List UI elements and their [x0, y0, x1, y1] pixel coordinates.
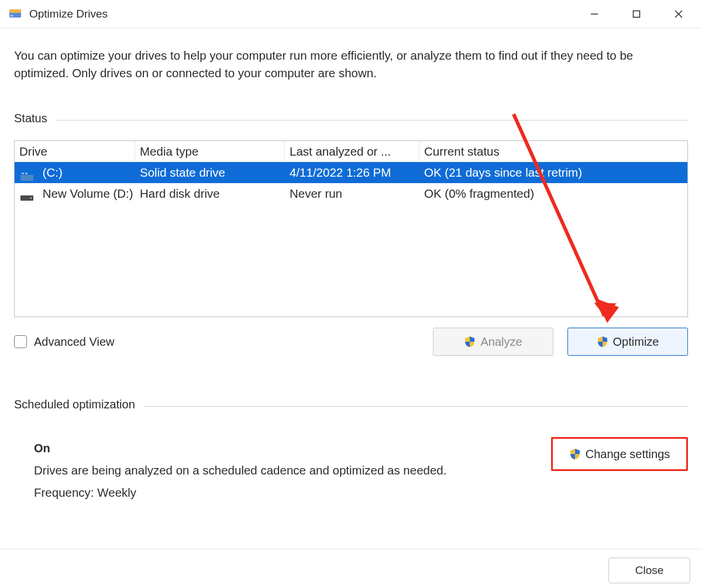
drive-name: New Volume (D:)	[43, 187, 133, 200]
current-status: OK (21 days since last retrim)	[419, 166, 687, 180]
analyze-button-label: Analyze	[480, 335, 522, 349]
divider	[144, 406, 688, 407]
optimize-button[interactable]: Optimize	[567, 328, 688, 356]
optimize-drives-app-icon	[8, 7, 22, 21]
maximize-button[interactable]	[628, 6, 645, 22]
caption-buttons	[586, 6, 697, 22]
table-header: Drive Media type Last analyzed or ... Cu…	[15, 141, 687, 162]
scheduled-frequency: Frequency: Weekly	[34, 486, 551, 500]
scheduled-description: Drives are being analyzed on a scheduled…	[34, 463, 551, 477]
uac-shield-icon	[597, 336, 608, 348]
svg-rect-9	[25, 173, 27, 174]
window-title: Optimize Drives	[29, 8, 108, 20]
scheduled-info: On Drives are being analyzed on a schedu…	[34, 442, 551, 500]
analyze-button[interactable]: Analyze	[433, 328, 553, 356]
svg-rect-8	[22, 173, 24, 174]
svg-rect-7	[20, 175, 33, 181]
table-row[interactable]: New Volume (D:) Hard disk drive Never ru…	[15, 183, 687, 204]
close-button-label: Close	[635, 564, 664, 577]
svg-rect-1	[9, 9, 21, 13]
col-status-header[interactable]: Current status	[419, 141, 687, 161]
svg-rect-4	[634, 11, 640, 17]
svg-rect-2	[11, 15, 13, 16]
last-analyzed: Never run	[285, 187, 419, 201]
change-settings-button[interactable]: Change settings	[555, 441, 684, 467]
advanced-view-checkbox[interactable]	[14, 335, 27, 348]
col-drive-header[interactable]: Drive	[15, 141, 135, 161]
intro-text: You can optimize your drives to help you…	[14, 47, 688, 81]
uac-shield-icon	[464, 336, 476, 348]
media-type: Solid state drive	[135, 166, 285, 180]
dialog-footer: Close	[0, 549, 702, 583]
uac-shield-icon	[569, 448, 581, 460]
minimize-button[interactable]	[586, 6, 603, 22]
table-row[interactable]: (C:) Solid state drive 4/11/2022 1:26 PM…	[15, 162, 687, 183]
below-table-row: Advanced View Analyze Optimize	[14, 328, 688, 356]
divider	[57, 120, 688, 121]
scheduled-label: Scheduled optimization	[14, 398, 135, 411]
status-label: Status	[14, 112, 47, 125]
scheduled-state: On	[34, 442, 551, 455]
scheduled-section-header: Scheduled optimization	[14, 398, 688, 411]
close-window-button[interactable]	[670, 6, 687, 22]
last-analyzed: 4/11/2022 1:26 PM	[285, 166, 419, 180]
col-media-header[interactable]: Media type	[135, 141, 285, 161]
col-last-header[interactable]: Last analyzed or ...	[285, 141, 419, 161]
status-section-header: Status	[14, 112, 688, 125]
optimize-button-label: Optimize	[613, 335, 659, 349]
advanced-view-label: Advanced View	[34, 335, 115, 349]
change-settings-label: Change settings	[586, 448, 670, 461]
annotation-highlight: Change settings	[551, 437, 688, 471]
svg-point-11	[30, 197, 32, 199]
hdd-drive-icon	[20, 191, 33, 199]
ssd-drive-icon	[20, 170, 33, 178]
current-status: OK (0% fragmented)	[419, 187, 687, 201]
titlebar: Optimize Drives	[0, 0, 702, 28]
media-type: Hard disk drive	[135, 187, 285, 201]
close-button[interactable]: Close	[608, 558, 690, 583]
drives-table: Drive Media type Last analyzed or ... Cu…	[14, 140, 688, 317]
drive-name: (C:)	[43, 166, 63, 179]
